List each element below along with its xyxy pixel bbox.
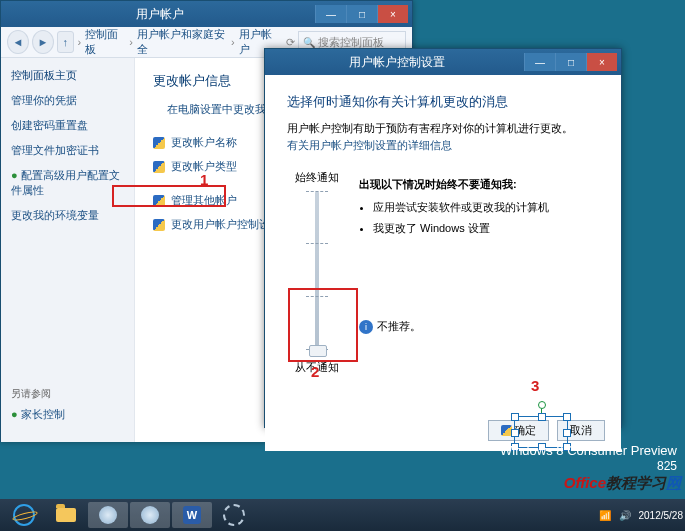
- uac-minimize-button[interactable]: —: [524, 53, 555, 71]
- cp-close-button[interactable]: ×: [377, 5, 408, 23]
- breadcrumb-1[interactable]: 控制面板: [85, 27, 125, 57]
- annotation-2: 2: [311, 363, 319, 380]
- sidebar-item-adv-profile[interactable]: ●配置高级用户配置文件属性: [11, 168, 124, 198]
- cp-minimize-button[interactable]: —: [315, 5, 346, 23]
- taskbar-settings[interactable]: [214, 502, 254, 528]
- breadcrumb-2[interactable]: 用户帐户和家庭安全: [137, 27, 227, 57]
- control-panel-icon: [141, 506, 159, 524]
- forward-button[interactable]: ►: [32, 30, 54, 54]
- up-button[interactable]: ↑: [57, 31, 74, 53]
- tray-volume-icon[interactable]: 🔊: [619, 510, 631, 521]
- resize-handle-icon: [563, 413, 571, 421]
- sidebar-item-reset-disk[interactable]: 创建密码重置盘: [11, 118, 124, 133]
- resize-handle-icon: [511, 429, 519, 437]
- cp-sidebar: 控制面板主页 管理你的凭据 创建密码重置盘 管理文件加密证书 ●配置高级用户配置…: [1, 58, 135, 442]
- uac-li-2: 我更改了 Windows 设置: [373, 221, 599, 236]
- shield-icon: [153, 219, 165, 231]
- taskbar-ie[interactable]: [4, 502, 44, 528]
- chevron-right-icon: ›: [78, 36, 82, 48]
- taskbar[interactable]: W 📶 🔊 2012/5/28: [0, 499, 685, 531]
- uac-group-title: 出现以下情况时始终不要通知我:: [359, 177, 599, 192]
- search-icon: 🔍: [303, 37, 315, 48]
- bullet-icon: ●: [11, 169, 18, 181]
- word-icon: W: [183, 506, 201, 524]
- annotation-3: 3: [531, 377, 539, 394]
- uac-not-recommended: i 不推荐。: [359, 319, 421, 334]
- cp-title: 用户帐户: [5, 7, 315, 22]
- back-button[interactable]: ◄: [7, 30, 29, 54]
- uac-close-button[interactable]: ×: [586, 53, 617, 71]
- control-panel-icon: [99, 506, 117, 524]
- uac-heading: 选择何时通知你有关计算机更改的消息: [287, 93, 599, 111]
- taskbar-uac[interactable]: [130, 502, 170, 528]
- sidebar-item-parental[interactable]: ●家长控制: [11, 407, 124, 422]
- rotate-handle-icon: [538, 401, 546, 409]
- folder-icon: [56, 508, 76, 522]
- uac-titlebar[interactable]: 用户帐户控制设置 — □ ×: [265, 49, 621, 75]
- uac-title: 用户帐户控制设置: [269, 55, 524, 70]
- taskbar-explorer[interactable]: [46, 502, 86, 528]
- cp-titlebar[interactable]: 用户帐户 — □ ×: [1, 1, 412, 27]
- ie-icon: [13, 504, 35, 526]
- slider-tick: [306, 243, 328, 245]
- cp-maximize-button[interactable]: □: [346, 5, 377, 23]
- resize-handle-icon: [563, 429, 571, 437]
- see-also-label: 另请参阅: [11, 387, 124, 401]
- sidebar-item-file-encrypt[interactable]: 管理文件加密证书: [11, 143, 124, 158]
- shield-icon: [153, 161, 165, 173]
- tray-date[interactable]: 2012/5/28: [639, 510, 684, 521]
- annotation-box-2: [288, 288, 358, 362]
- sidebar-item-env-vars[interactable]: 更改我的环境变量: [11, 208, 124, 223]
- tray-network-icon[interactable]: 📶: [599, 510, 611, 521]
- info-icon: i: [359, 320, 373, 334]
- site-logo: Office教程学习网: [564, 474, 681, 493]
- gear-icon: [223, 504, 245, 526]
- uac-more-link[interactable]: 有关用户帐户控制设置的详细信息: [287, 139, 452, 151]
- shield-icon: [153, 137, 165, 149]
- uac-li-1: 应用尝试安装软件或更改我的计算机: [373, 200, 599, 215]
- taskbar-word[interactable]: W: [172, 502, 212, 528]
- windows-watermark: Windows 8 Consumer Preview 825: [500, 443, 677, 475]
- slider-tick: [306, 191, 328, 193]
- sidebar-item-credentials[interactable]: 管理你的凭据: [11, 93, 124, 108]
- resize-handle-icon: [511, 413, 519, 421]
- resize-handle-icon: [538, 413, 546, 421]
- taskbar-cp[interactable]: [88, 502, 128, 528]
- bullet-icon: ●: [11, 408, 18, 420]
- scale-top-label: 始终通知: [295, 171, 339, 185]
- sidebar-home[interactable]: 控制面板主页: [11, 68, 124, 83]
- uac-maximize-button[interactable]: □: [555, 53, 586, 71]
- annotation-box-1: [112, 185, 226, 207]
- uac-desc: 用户帐户控制有助于预防有害程序对你的计算机进行更改。: [287, 121, 599, 136]
- refresh-icon[interactable]: ⟳: [286, 36, 295, 49]
